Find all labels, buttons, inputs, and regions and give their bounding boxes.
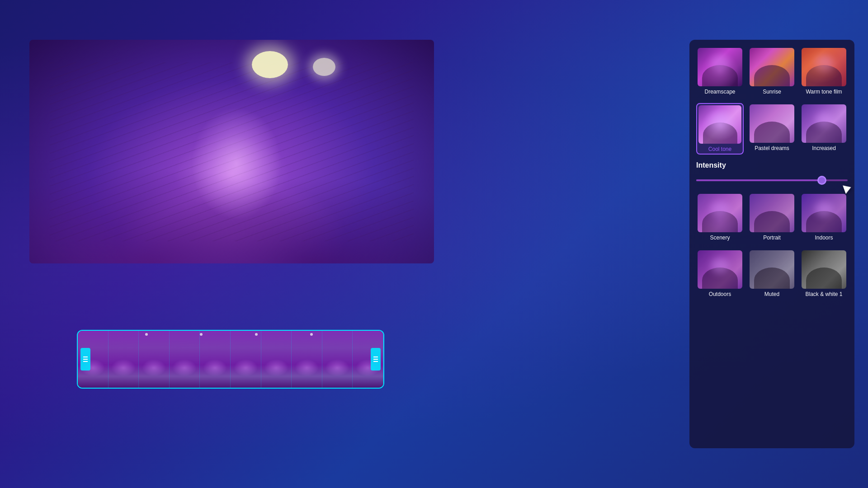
filter-thumbnail-cool <box>698 105 741 144</box>
video-preview <box>29 40 434 263</box>
filter-label-muted: Muted <box>764 291 779 297</box>
filter-thumbnail-warm <box>802 48 846 86</box>
filter-grid-row2: Cool tone Pastel dreams Increased <box>696 103 848 155</box>
filter-label-pastel-dreams: Pastel dreams <box>755 145 789 151</box>
intensity-slider-container[interactable] <box>696 175 848 186</box>
filter-item-indoors[interactable]: Indoors <box>800 192 848 242</box>
filter-label-sunrise: Sunrise <box>763 89 781 95</box>
pause-icon <box>83 357 88 362</box>
thumb-glow <box>711 56 729 71</box>
intensity-fill <box>696 179 822 181</box>
thumb-people <box>698 65 742 86</box>
filter-label-outdoors: Outdoors <box>709 291 731 297</box>
filter-item-increased[interactable]: Increased <box>800 103 848 155</box>
timeline-container[interactable] <box>77 330 384 389</box>
thumb-people <box>750 211 794 232</box>
timeline-strip <box>78 331 383 388</box>
timeline-handle-left[interactable] <box>80 348 90 371</box>
thumb-people <box>750 122 794 143</box>
filter-item-warm-tone-film[interactable]: Warm tone film <box>800 47 848 96</box>
intensity-section: Intensity <box>696 161 848 186</box>
pause-icon <box>373 357 378 362</box>
filter-thumbnail-pastel <box>750 104 794 143</box>
filter-item-cool-tone[interactable]: Cool tone <box>696 103 744 155</box>
filter-thumbnail-increased <box>802 104 846 143</box>
thumb-glow <box>711 258 729 273</box>
filter-item-outdoors[interactable]: Outdoors <box>696 249 744 299</box>
filter-grid-row4: Outdoors Muted Black & white 1 <box>696 249 848 299</box>
filter-label-dreamscape: Dreamscape <box>704 89 735 95</box>
filter-thumbnail-outdoors <box>698 250 742 289</box>
filter-item-black-white-1[interactable]: Black & white 1 <box>800 249 848 299</box>
filter-thumbnail-indoors <box>802 194 846 232</box>
intensity-title: Intensity <box>696 161 848 169</box>
filter-thumbnail-dreamscape <box>698 48 742 86</box>
filter-label-black-white-1: Black & white 1 <box>805 291 842 297</box>
filter-grid-row3: Scenery Portrait Indoors <box>696 192 848 242</box>
filter-label-warm-tone-film: Warm tone film <box>806 89 842 95</box>
filter-thumbnail-scenery <box>698 194 742 232</box>
filter-label-indoors: Indoors <box>815 235 833 241</box>
filter-grid-row1: Dreamscape Sunrise Warm tone film <box>696 47 848 96</box>
filter-item-scenery[interactable]: Scenery <box>696 192 744 242</box>
filter-thumbnail-bw <box>802 250 846 289</box>
thumb-people <box>698 211 742 232</box>
timeline-marker <box>145 333 148 336</box>
filter-label-cool-tone: Cool tone <box>708 146 731 152</box>
thumb-people <box>802 65 846 86</box>
thumb-glow <box>815 112 833 127</box>
filter-label-portrait: Portrait <box>763 235 781 241</box>
thumb-glow <box>711 202 729 217</box>
filter-item-pastel-dreams[interactable]: Pastel dreams <box>748 103 796 155</box>
filter-item-sunrise[interactable]: Sunrise <box>748 47 796 96</box>
filter-thumbnail-portrait <box>750 194 794 232</box>
filter-item-portrait[interactable]: Portrait <box>748 192 796 242</box>
thumb-glow <box>712 113 729 128</box>
intensity-thumb[interactable] <box>817 176 826 185</box>
thumb-people <box>802 267 846 289</box>
filter-label-increased: Increased <box>812 145 836 151</box>
thumb-people <box>698 122 741 144</box>
filter-thumbnail-sunrise <box>750 48 794 86</box>
filter-panel: Dreamscape Sunrise Warm tone film Cool t… <box>689 40 854 448</box>
thumb-people <box>750 267 794 289</box>
filter-item-dreamscape[interactable]: Dreamscape <box>696 47 744 96</box>
filter-thumbnail-muted <box>750 250 794 289</box>
timeline-marker <box>310 333 313 336</box>
thumb-glow <box>815 202 833 217</box>
filter-item-muted[interactable]: Muted <box>748 249 796 299</box>
timeline-handle-right[interactable] <box>371 348 381 371</box>
thumb-glow <box>815 56 833 71</box>
thumb-people <box>750 65 794 86</box>
filter-label-scenery: Scenery <box>710 235 730 241</box>
intensity-track <box>696 179 848 181</box>
